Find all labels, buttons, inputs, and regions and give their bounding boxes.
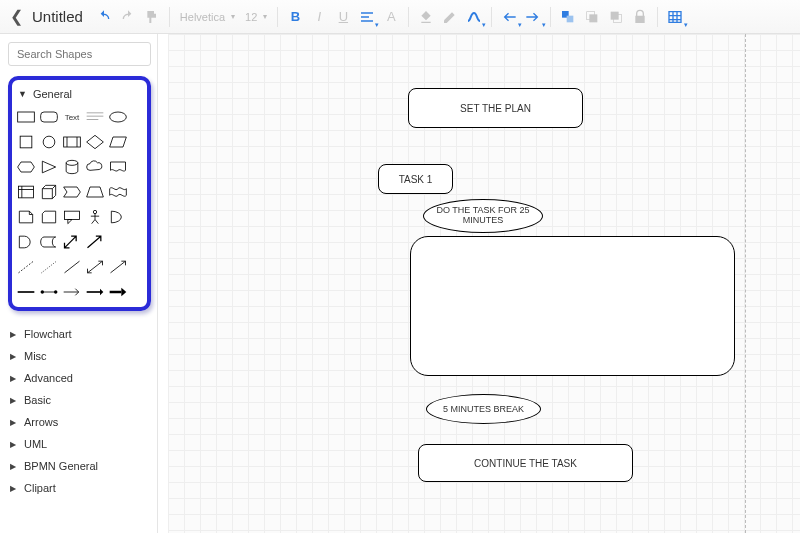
align-button[interactable]: ▾ [356, 6, 378, 28]
shape-process[interactable] [62, 131, 82, 153]
shape-or[interactable] [108, 206, 128, 228]
shape-ellipse[interactable] [108, 106, 128, 128]
shape-harrow-open[interactable] [62, 281, 82, 303]
chevron-right-icon: ▶ [10, 330, 16, 339]
shape-cylinder[interactable] [62, 156, 82, 178]
shape-triangle[interactable] [39, 156, 59, 178]
shape-datastore[interactable] [39, 231, 59, 253]
shape-cube[interactable] [39, 181, 59, 203]
shape-arrow[interactable] [85, 231, 105, 253]
shape-actor[interactable] [85, 206, 105, 228]
redo-button[interactable] [117, 6, 139, 28]
shape-note[interactable] [16, 206, 36, 228]
shape-text[interactable]: Text [62, 106, 82, 128]
svg-line-40 [65, 261, 80, 273]
table-button[interactable]: ▾ [664, 6, 686, 28]
node-do-task[interactable]: DO THE TASK FOR 25 MINUTES [423, 199, 543, 233]
node-set-plan[interactable]: SET THE PLAN [408, 88, 583, 128]
shape-link-line[interactable] [39, 281, 59, 303]
lock-button[interactable] [629, 6, 651, 28]
shape-dashed-line[interactable] [16, 256, 36, 278]
shape-line[interactable] [62, 256, 82, 278]
line-color-button[interactable] [439, 6, 461, 28]
format-painter-button[interactable] [141, 6, 163, 28]
shape-search[interactable] [8, 42, 151, 66]
shape-dir-line[interactable] [108, 256, 128, 278]
shape-search-input[interactable] [15, 47, 157, 61]
svg-rect-14 [20, 136, 32, 148]
shape-empty2 [131, 131, 143, 153]
shape-empty5 [131, 206, 143, 228]
node-break[interactable]: 5 MINUTES BREAK [426, 394, 541, 424]
shape-cloud[interactable] [85, 156, 105, 178]
italic-button[interactable]: I [308, 6, 330, 28]
category-advanced[interactable]: ▶Advanced [8, 367, 151, 389]
svg-point-23 [66, 160, 78, 165]
category-bpmn[interactable]: ▶BPMN General [8, 455, 151, 477]
bold-button[interactable]: B [284, 6, 306, 28]
node-bigbox[interactable] [410, 236, 735, 376]
svg-marker-32 [68, 220, 72, 224]
to-back-button[interactable] [605, 6, 627, 28]
shape-hexagon[interactable] [16, 156, 36, 178]
node-continue[interactable]: CONTINUE THE TASK [418, 444, 633, 482]
svg-rect-16 [64, 137, 81, 147]
category-arrows[interactable]: ▶Arrows [8, 411, 151, 433]
category-basic[interactable]: ▶Basic [8, 389, 151, 411]
to-front-button[interactable] [581, 6, 603, 28]
shape-step[interactable] [62, 181, 82, 203]
shape-hline[interactable] [16, 281, 36, 303]
back-button[interactable]: ❮ [6, 7, 26, 26]
shape-harrow[interactable] [85, 281, 105, 303]
line-end-button[interactable]: ▾ [522, 6, 544, 28]
svg-marker-29 [87, 187, 104, 197]
category-flowchart[interactable]: ▶Flowchart [8, 323, 151, 345]
shape-bidir-line[interactable] [85, 256, 105, 278]
shape-textbox[interactable] [85, 106, 105, 128]
shape-circle[interactable] [39, 131, 59, 153]
shape-categories: ▶Flowchart ▶Misc ▶Advanced ▶Basic ▶Arrow… [8, 323, 151, 499]
shape-empty7 [131, 256, 143, 278]
chevron-right-icon: ▶ [10, 418, 16, 427]
svg-marker-30 [42, 211, 55, 223]
shape-parallelogram[interactable] [108, 131, 128, 153]
shape-card[interactable] [39, 206, 59, 228]
svg-rect-5 [611, 11, 619, 19]
shape-harrow-filled[interactable] [108, 281, 128, 303]
toolbar-separator [169, 7, 170, 27]
shape-document[interactable] [108, 156, 128, 178]
chevron-right-icon: ▶ [10, 484, 16, 493]
connection-style-button[interactable]: ▾ [463, 6, 485, 28]
svg-marker-28 [64, 187, 81, 197]
shape-bidir-arrow[interactable] [62, 231, 82, 253]
general-section-header[interactable]: ▼ General [18, 88, 143, 100]
arrange-button[interactable] [557, 6, 579, 28]
shape-rounded-rect[interactable] [39, 106, 59, 128]
document-title[interactable]: Untitled [32, 8, 83, 25]
node-task1[interactable]: TASK 1 [378, 164, 453, 194]
shape-square[interactable] [16, 131, 36, 153]
text-color-button[interactable]: A [380, 6, 402, 28]
shape-internal-storage[interactable] [16, 181, 36, 203]
shape-trapezoid[interactable] [85, 181, 105, 203]
svg-point-45 [41, 290, 44, 293]
category-misc[interactable]: ▶Misc [8, 345, 151, 367]
underline-button[interactable]: U [332, 6, 354, 28]
font-family-select[interactable]: Helvetica [176, 11, 229, 23]
svg-line-36 [92, 220, 95, 224]
font-size-select[interactable]: 12 [241, 11, 261, 23]
shape-rect[interactable] [16, 106, 36, 128]
line-start-button[interactable]: ▾ [498, 6, 520, 28]
diagram-canvas[interactable]: SET THE PLAN TASK 1 DO THE TASK FOR 25 M… [168, 34, 800, 533]
fill-color-button[interactable] [415, 6, 437, 28]
shape-tape[interactable] [108, 181, 128, 203]
svg-line-39 [42, 261, 57, 273]
category-uml[interactable]: ▶UML [8, 433, 151, 455]
shape-empty1 [131, 106, 143, 128]
undo-button[interactable] [93, 6, 115, 28]
shape-callout[interactable] [62, 206, 82, 228]
shape-and[interactable] [16, 231, 36, 253]
shape-diamond[interactable] [85, 131, 105, 153]
category-clipart[interactable]: ▶Clipart [8, 477, 151, 499]
shape-dotted-line[interactable] [39, 256, 59, 278]
